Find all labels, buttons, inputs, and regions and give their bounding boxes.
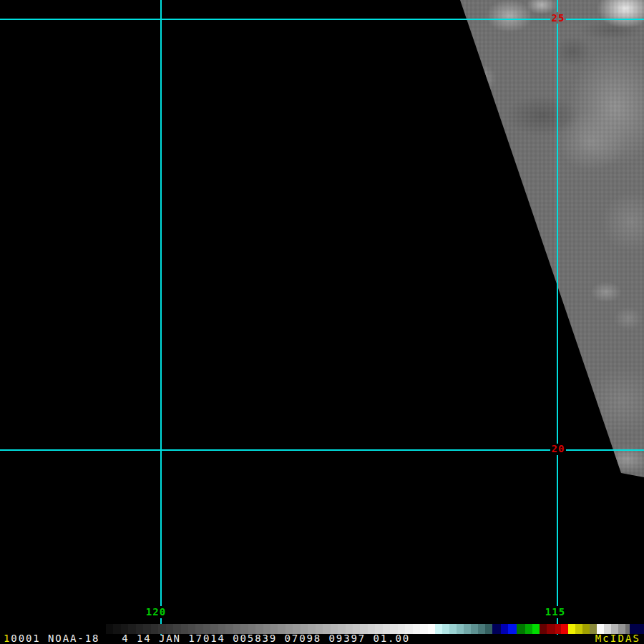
satellite-image-swath <box>0 0 644 644</box>
latitude-gridline <box>0 449 550 451</box>
longitude-gridline <box>557 24 558 444</box>
mcidas-brand-label: McIDAS <box>595 633 640 644</box>
mcidas-image-display[interactable]: 2520120115 10001 NOAA-18 4 14 JAN 17014 … <box>0 0 644 644</box>
image-info-text: 0001 NOAA-18 4 14 JAN 17014 005839 07098… <box>11 633 410 644</box>
latitude-gridline <box>0 19 550 20</box>
latitude-gridline <box>566 449 644 451</box>
longitude-label: 120 <box>146 607 166 617</box>
longitude-gridline <box>160 0 162 606</box>
latitude-label: 20 <box>552 444 565 454</box>
latitude-label: 25 <box>552 13 565 23</box>
frame-number: 1 <box>4 633 11 644</box>
status-text: 10001 NOAA-18 4 14 JAN 17014 005839 0709… <box>4 633 410 644</box>
status-bar: 10001 NOAA-18 4 14 JAN 17014 005839 0709… <box>0 633 644 644</box>
longitude-gridline <box>557 455 558 606</box>
latitude-gridline <box>566 19 644 20</box>
longitude-label: 115 <box>545 607 565 617</box>
longitude-gridline <box>557 0 558 12</box>
